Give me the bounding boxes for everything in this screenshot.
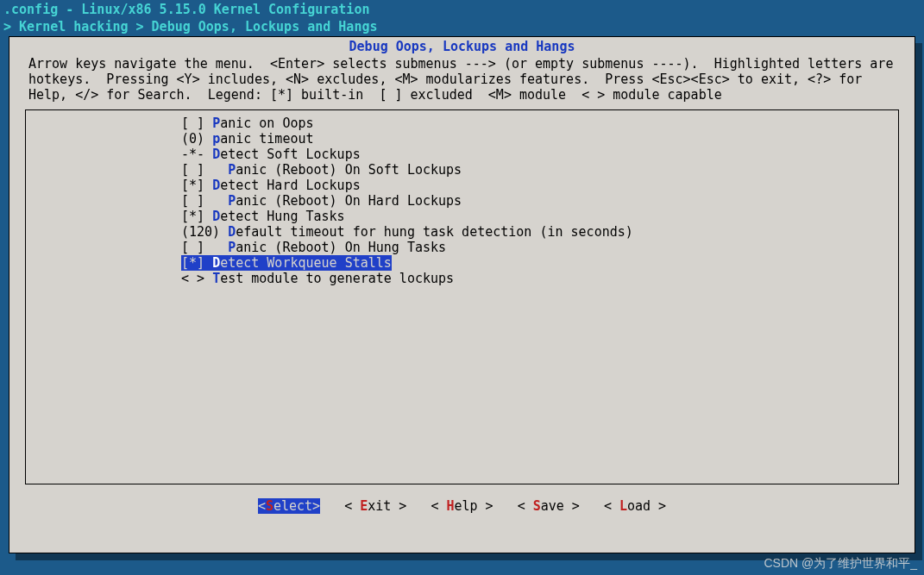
dialog-button[interactable]: < Exit > bbox=[344, 498, 406, 514]
dialog-button[interactable]: < Save > bbox=[518, 498, 580, 514]
menu-item[interactable]: [*] Detect Hung Tasks bbox=[181, 209, 898, 224]
dialog-button[interactable]: < Help > bbox=[431, 498, 493, 514]
button-row: <Select>< Exit >< Help >< Save >< Load > bbox=[9, 484, 915, 522]
breadcrumb: > Kernel hacking > Debug Oops, Lockups a… bbox=[0, 19, 924, 36]
menu-item[interactable]: (120) Default timeout for hung task dete… bbox=[181, 224, 898, 240]
menu-item[interactable]: < > Test module to generate lockups bbox=[181, 271, 898, 286]
dialog-button[interactable]: <Select> bbox=[258, 498, 320, 514]
menu-item[interactable]: [ ] Panic (Reboot) On Soft Lockups bbox=[181, 162, 898, 178]
menu-frame: [ ] Panic on Oops(0) panic timeout-*- De… bbox=[25, 109, 899, 484]
menu-list[interactable]: [ ] Panic on Oops(0) panic timeout-*- De… bbox=[26, 116, 898, 286]
menu-item[interactable]: -*- Detect Soft Lockups bbox=[181, 147, 898, 162]
main-dialog: Debug Oops, Lockups and Hangs Arrow keys… bbox=[9, 36, 915, 553]
help-text: Arrow keys navigate the menu. <Enter> se… bbox=[9, 54, 915, 109]
menu-item[interactable]: [*] Detect Workqueue Stalls bbox=[181, 255, 898, 271]
menu-item[interactable]: [ ] Panic on Oops bbox=[181, 116, 898, 131]
menu-item[interactable]: [ ] Panic (Reboot) On Hard Lockups bbox=[181, 193, 898, 209]
watermark: CSDN @为了维护世界和平_ bbox=[764, 556, 917, 572]
menu-item[interactable]: [*] Detect Hard Lockups bbox=[181, 178, 898, 193]
section-title: Debug Oops, Lockups and Hangs bbox=[9, 37, 915, 54]
window-title: .config - Linux/x86 5.15.0 Kernel Config… bbox=[0, 0, 924, 19]
menu-item[interactable]: (0) panic timeout bbox=[181, 131, 898, 147]
menu-item[interactable]: [ ] Panic (Reboot) On Hung Tasks bbox=[181, 240, 898, 255]
dialog-button[interactable]: < Load > bbox=[604, 498, 666, 514]
